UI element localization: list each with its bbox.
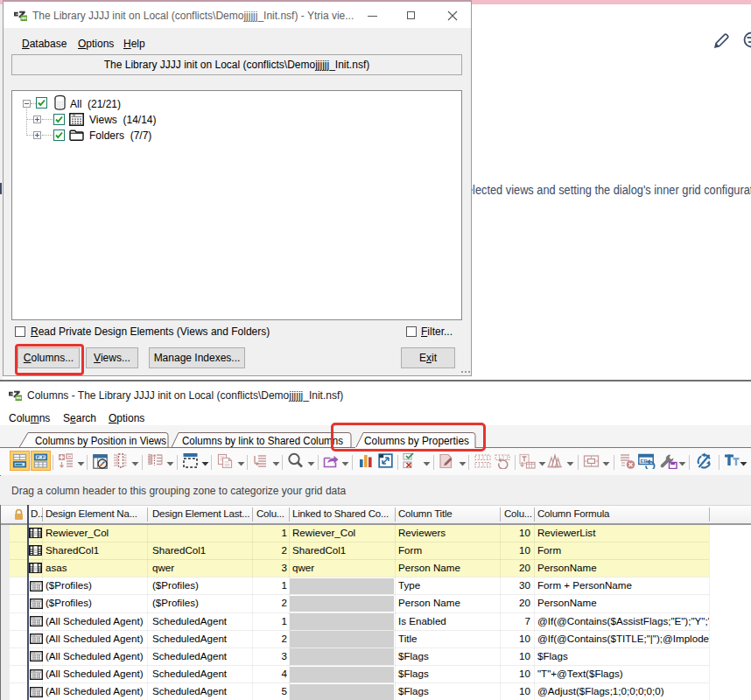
svg-text:Columns by Position in Views: Columns by Position in Views bbox=[35, 435, 166, 447]
svg-text:Columns by link to Shared Colu: Columns by link to Shared Columns bbox=[182, 435, 343, 447]
svg-text:EB: EB bbox=[641, 458, 649, 464]
